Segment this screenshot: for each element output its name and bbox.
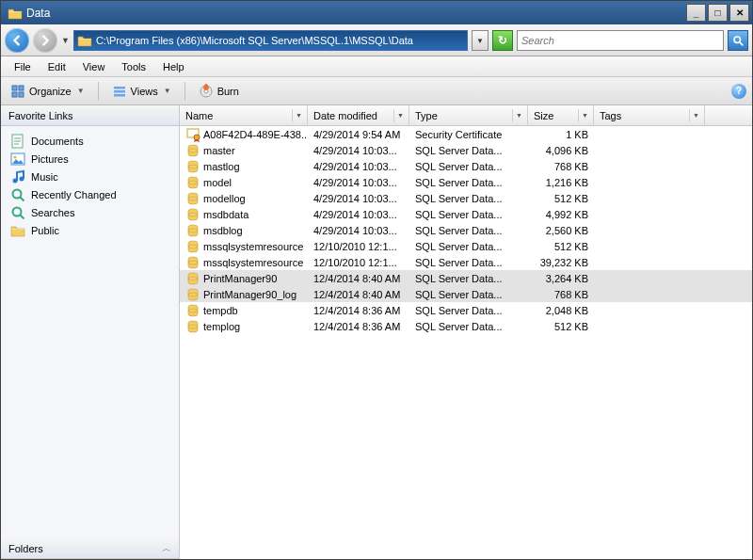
views-button[interactable]: Views ▼	[108, 82, 175, 101]
favorite-link[interactable]: Music	[1, 168, 179, 185]
favorite-link[interactable]: Searches	[1, 203, 179, 221]
favorite-label: Pictures	[31, 153, 69, 165]
file-row[interactable]: mssqlsystemresource12/10/2010 12:1...SQL…	[180, 238, 752, 254]
file-row[interactable]: master4/29/2014 10:03...SQL Server Data.…	[180, 142, 752, 158]
file-row[interactable]: mssqlsystemresource12/10/2010 12:1...SQL…	[180, 254, 752, 270]
file-row[interactable]: A08F42D4-489E-438...4/29/2014 9:54 AMSec…	[180, 126, 752, 142]
file-row[interactable]: tempdb12/4/2014 8:36 AMSQL Server Data..…	[180, 302, 752, 318]
chevron-down-icon[interactable]: ▼	[292, 109, 305, 122]
file-row[interactable]: PrintManager90_log12/4/2014 8:40 AMSQL S…	[180, 286, 752, 302]
favorite-link[interactable]: Pictures	[1, 150, 179, 168]
forward-button[interactable]	[33, 28, 57, 53]
file-row[interactable]: mastlog4/29/2014 10:03...SQL Server Data…	[180, 158, 752, 174]
menu-edit[interactable]: Edit	[40, 59, 73, 74]
file-name-cell: templog	[180, 319, 308, 334]
search-box[interactable]	[517, 30, 724, 51]
file-name: mssqlsystemresource	[203, 241, 303, 252]
menu-tools[interactable]: Tools	[114, 59, 153, 74]
file-name: A08F42D4-489E-438...	[203, 129, 308, 140]
search-button[interactable]	[728, 30, 748, 51]
column-headers: Name▼ Date modified▼ Type▼ Size▼ Tags▼	[180, 105, 752, 126]
file-date: 4/29/2014 10:03...	[308, 177, 409, 188]
address-path: C:\Program Files (x86)\Microsoft SQL Ser…	[96, 35, 413, 46]
favorite-link[interactable]: Documents	[1, 132, 179, 150]
favorites-list: DocumentsPicturesMusicRecently ChangedSe…	[1, 126, 179, 538]
search-input[interactable]	[518, 35, 723, 46]
file-name-cell: PrintManager90	[180, 271, 308, 286]
file-name-cell: tempdb	[180, 303, 308, 318]
address-bar[interactable]: C:\Program Files (x86)\Microsoft SQL Ser…	[73, 30, 468, 51]
file-date: 4/29/2014 10:03...	[308, 161, 409, 172]
menu-help[interactable]: Help	[155, 59, 192, 74]
minimize-button[interactable]: _	[686, 4, 706, 22]
file-size: 2,048 KB	[528, 305, 594, 316]
favorite-link[interactable]: Recently Changed	[1, 185, 179, 203]
file-row[interactable]: model4/29/2014 10:03...SQL Server Data..…	[180, 174, 752, 190]
folders-header[interactable]: Folders ︿	[1, 538, 179, 559]
favorite-label: Documents	[31, 136, 84, 147]
client-area: Favorite Links DocumentsPicturesMusicRec…	[1, 105, 752, 559]
column-name[interactable]: Name▼	[180, 105, 308, 125]
file-name-cell: mastlog	[180, 159, 308, 174]
file-rows[interactable]: A08F42D4-489E-438...4/29/2014 9:54 AMSec…	[180, 126, 752, 559]
refresh-button[interactable]: ↻	[492, 30, 513, 51]
file-size: 2,560 KB	[528, 225, 594, 236]
burn-button[interactable]: Burn	[195, 82, 243, 101]
favorites-header[interactable]: Favorite Links	[1, 105, 179, 126]
menu-view[interactable]: View	[75, 59, 113, 74]
close-button[interactable]: ✕	[729, 4, 749, 22]
file-size: 4,096 KB	[528, 145, 594, 156]
file-name: msdblog	[203, 225, 243, 236]
column-size[interactable]: Size▼	[528, 105, 594, 125]
column-date[interactable]: Date modified▼	[308, 105, 409, 125]
burn-label: Burn	[217, 86, 239, 97]
chevron-down-icon[interactable]: ▼	[512, 109, 525, 122]
file-size: 1 KB	[528, 129, 594, 140]
help-button[interactable]: ?	[731, 84, 746, 99]
nav-pane: Favorite Links DocumentsPicturesMusicRec…	[1, 105, 180, 559]
column-type[interactable]: Type▼	[409, 105, 528, 125]
file-date: 12/10/2010 12:1...	[308, 241, 409, 252]
history-dropdown[interactable]: ▼	[61, 36, 70, 45]
favorite-link[interactable]: Public	[1, 221, 179, 239]
file-type: Security Certificate	[409, 129, 528, 140]
file-size: 1,216 KB	[528, 177, 594, 188]
chevron-down-icon[interactable]: ▼	[689, 109, 702, 122]
file-type: SQL Server Data...	[409, 145, 528, 156]
file-icon	[185, 191, 200, 206]
file-type: SQL Server Data...	[409, 289, 528, 300]
back-button[interactable]	[5, 28, 29, 53]
column-tags[interactable]: Tags▼	[594, 105, 705, 125]
organize-button[interactable]: Organize ▼	[7, 82, 88, 101]
explorer-window: Data _ □ ✕ ▼ C:\Program Files (x86)\Micr…	[0, 0, 753, 560]
menu-file[interactable]: File	[7, 59, 39, 74]
file-size: 768 KB	[528, 161, 594, 172]
file-type: SQL Server Data...	[409, 305, 528, 316]
file-name: modellog	[203, 193, 246, 204]
file-row[interactable]: PrintManager9012/4/2014 8:40 AMSQL Serve…	[180, 270, 752, 286]
file-row[interactable]: modellog4/29/2014 10:03...SQL Server Dat…	[180, 190, 752, 206]
maximize-button[interactable]: □	[708, 4, 728, 22]
address-dropdown[interactable]: ▼	[472, 30, 489, 51]
separator	[98, 82, 99, 101]
file-size: 512 KB	[528, 241, 594, 252]
file-row[interactable]: msdbdata4/29/2014 10:03...SQL Server Dat…	[180, 206, 752, 222]
chevron-down-icon[interactable]: ▼	[393, 109, 407, 122]
organize-label: Organize	[29, 86, 72, 97]
music-icon	[10, 169, 25, 184]
file-date: 4/29/2014 10:03...	[308, 145, 409, 156]
doc-icon	[10, 134, 25, 149]
menu-bar: File Edit View Tools Help	[1, 56, 752, 77]
chevron-down-icon[interactable]: ▼	[578, 109, 591, 122]
title-bar[interactable]: Data _ □ ✕	[1, 1, 752, 24]
file-name: mssqlsystemresource	[203, 257, 303, 268]
file-name: model	[203, 177, 232, 188]
file-type: SQL Server Data...	[409, 241, 528, 252]
file-row[interactable]: templog12/4/2014 8:36 AMSQL Server Data.…	[180, 318, 752, 334]
views-icon	[112, 84, 127, 99]
folder-icon	[10, 223, 25, 238]
file-name: PrintManager90	[203, 273, 277, 284]
file-type: SQL Server Data...	[409, 193, 528, 204]
file-row[interactable]: msdblog4/29/2014 10:03...SQL Server Data…	[180, 222, 752, 238]
folder-icon	[8, 6, 23, 21]
